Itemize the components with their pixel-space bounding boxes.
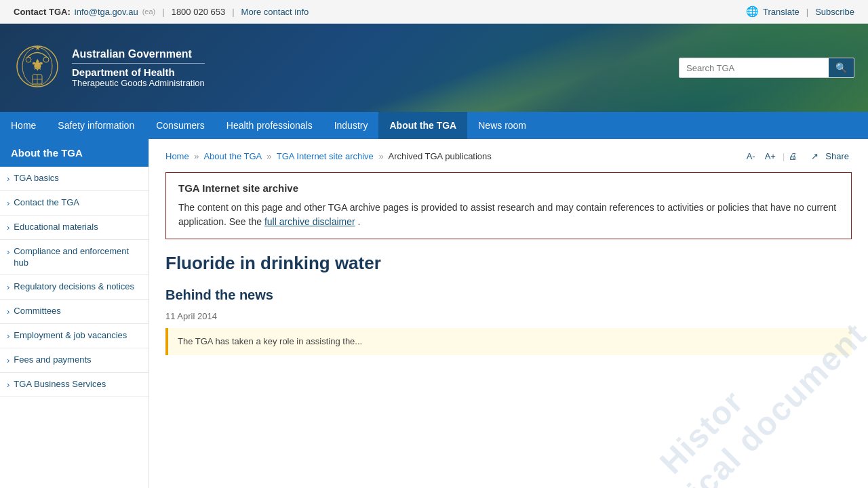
contact-label: Contact TGA: xyxy=(14,7,71,17)
archive-notice-text: The content on this page and other TGA a… xyxy=(178,201,839,229)
sidebar-item-educational[interactable]: › Educational materials xyxy=(0,216,149,240)
breadcrumb-sep1: » xyxy=(194,151,199,161)
breadcrumb-sep2: » xyxy=(267,151,271,161)
print-button[interactable] xyxy=(802,155,807,158)
breadcrumb-row: Home » About the TGA » TGA Internet site… xyxy=(165,150,852,163)
breadcrumb: Home » About the TGA » TGA Internet site… xyxy=(165,151,492,161)
share-button[interactable]: Share xyxy=(823,150,852,163)
gov-line: Australian Government xyxy=(72,48,205,64)
sidebar-link-regulatory[interactable]: Regulatory decisions & notices xyxy=(14,281,134,293)
archive-notice-title: TGA Internet site archive xyxy=(178,182,839,194)
contact-phone: 1800 020 653 xyxy=(172,7,226,17)
sidebar-link-educational[interactable]: Educational materials xyxy=(14,222,98,233)
sidebar: About the TGA › TGA basics › Contact the… xyxy=(0,139,149,488)
sidebar-item-regulatory[interactable]: › Regulatory decisions & notices xyxy=(0,275,149,300)
sidebar-item-contact[interactable]: › Contact the TGA xyxy=(0,191,149,216)
nav-industry[interactable]: Industry xyxy=(323,112,379,139)
translate-link[interactable]: Translate xyxy=(763,7,800,17)
sidebar-item-tga-basics[interactable]: › TGA basics xyxy=(0,167,149,191)
decrease-font-button[interactable]: A- xyxy=(744,150,758,163)
nav-bar: Home Safety information Consumers Health… xyxy=(0,112,868,139)
sidebar-link-tga-business[interactable]: TGA Business Services xyxy=(14,379,106,390)
chevron-right-icon: › xyxy=(7,306,9,317)
main-layout: About the TGA › TGA basics › Contact the… xyxy=(0,139,868,488)
svg-text:⚜: ⚜ xyxy=(31,57,44,74)
archive-notice: TGA Internet site archive The content on… xyxy=(165,172,852,239)
globe-icon: 🌐 xyxy=(746,5,759,18)
logo-text: Australian Government Department of Heal… xyxy=(72,48,205,88)
svg-point-5 xyxy=(43,57,49,62)
breadcrumb-current: Archived TGA publications xyxy=(389,151,492,161)
search-box: 🔍 xyxy=(679,58,854,78)
sidebar-link-contact[interactable]: Contact the TGA xyxy=(14,197,79,209)
contact-right: 🌐 Translate | Subscribe xyxy=(746,5,854,18)
breadcrumb-about-tga[interactable]: About the TGA xyxy=(203,151,261,161)
more-contact-link[interactable]: More contact info xyxy=(241,7,309,17)
archive-disclaimer-link[interactable]: full archive disclaimer xyxy=(264,216,355,227)
sidebar-link-compliance[interactable]: Compliance and enforcement hub xyxy=(14,246,140,269)
chevron-right-icon: › xyxy=(7,198,9,208)
nav-consumers[interactable]: Consumers xyxy=(145,112,216,139)
chevron-right-icon: › xyxy=(7,222,9,232)
contact-email-note: (ea) xyxy=(142,7,156,16)
page-title: Fluoride in drinking water xyxy=(165,253,852,274)
chevron-right-icon: › xyxy=(7,174,9,184)
sidebar-link-committees[interactable]: Committees xyxy=(14,306,60,317)
contact-left: Contact TGA: info@tga.gov.au (ea) | 1800… xyxy=(14,7,309,17)
nav-news-room[interactable]: News room xyxy=(467,112,537,139)
sep1: | xyxy=(162,7,164,17)
header: ⚜ ★ Australian Government Department of … xyxy=(0,24,868,112)
section-heading: Behind the news xyxy=(165,287,852,303)
coat-of-arms-icon: ⚜ ★ xyxy=(14,41,61,95)
logo-area: ⚜ ★ Australian Government Department of … xyxy=(14,41,205,95)
content-area: Histor ical document Home » About the TG… xyxy=(149,139,868,488)
svg-text:★: ★ xyxy=(35,44,41,52)
tga-line: Therapeutic Goods Administration xyxy=(72,78,205,88)
sep3: | xyxy=(806,7,808,17)
tools: A- A+ | 🖨 ↗ Share xyxy=(744,150,852,163)
increase-font-button[interactable]: A+ xyxy=(762,150,778,163)
contact-email[interactable]: info@tga.gov.au xyxy=(75,7,138,17)
article-excerpt: The TGA has taken a key role in assistin… xyxy=(178,336,362,346)
sidebar-item-employment[interactable]: › Employment & job vacancies xyxy=(0,324,149,348)
dept-line: Department of Health xyxy=(72,66,205,78)
search-input[interactable] xyxy=(679,59,829,77)
tool-sep1: | xyxy=(783,151,785,161)
sidebar-item-compliance[interactable]: › Compliance and enforcement hub xyxy=(0,240,149,276)
sidebar-link-tga-basics[interactable]: TGA basics xyxy=(14,173,58,184)
sidebar-item-fees[interactable]: › Fees and payments xyxy=(0,348,149,373)
highlight-block: The TGA has taken a key role in assistin… xyxy=(165,328,852,355)
sidebar-item-tga-business[interactable]: › TGA Business Services xyxy=(0,373,149,397)
search-area: 🔍 xyxy=(679,58,854,78)
breadcrumb-home[interactable]: Home xyxy=(165,151,189,161)
nav-home[interactable]: Home xyxy=(0,112,47,139)
nav-about-tga[interactable]: About the TGA xyxy=(378,112,467,139)
breadcrumb-sep3: » xyxy=(378,151,383,161)
chevron-right-icon: › xyxy=(7,247,9,257)
chevron-right-icon: › xyxy=(7,282,9,292)
share-icon: ↗ xyxy=(811,151,818,161)
chevron-right-icon: › xyxy=(7,355,9,365)
sidebar-link-employment[interactable]: Employment & job vacancies xyxy=(14,330,127,342)
sep2: | xyxy=(232,7,234,17)
chevron-right-icon: › xyxy=(7,331,9,341)
breadcrumb-archive[interactable]: TGA Internet site archive xyxy=(277,151,374,161)
chevron-right-icon: › xyxy=(7,380,9,390)
contact-bar: Contact TGA: info@tga.gov.au (ea) | 1800… xyxy=(0,0,868,24)
sidebar-title: About the TGA xyxy=(0,139,149,167)
subscribe-link[interactable]: Subscribe xyxy=(815,7,854,17)
sidebar-item-committees[interactable]: › Committees xyxy=(0,300,149,324)
search-button[interactable]: 🔍 xyxy=(829,58,854,77)
nav-safety[interactable]: Safety information xyxy=(47,112,145,139)
print-icon: 🖨 xyxy=(789,151,797,161)
archive-text-end: . xyxy=(358,216,361,227)
article-date: 11 April 2014 xyxy=(165,311,852,321)
nav-health-professionals[interactable]: Health professionals xyxy=(216,112,323,139)
sidebar-link-fees[interactable]: Fees and payments xyxy=(14,354,91,366)
